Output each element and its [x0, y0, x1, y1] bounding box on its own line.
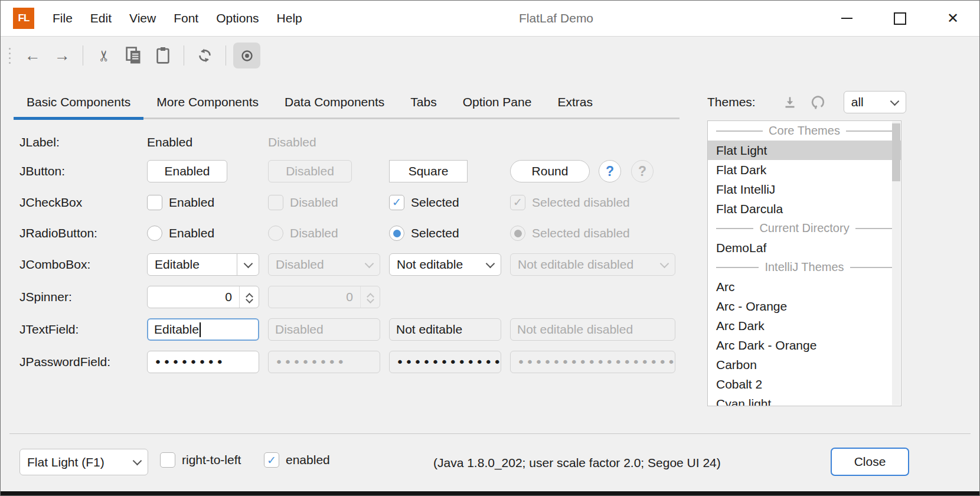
spinner-value: 0: [269, 290, 360, 304]
themes-label: Themes:: [707, 95, 756, 109]
radio-disabled-label: Disabled: [290, 226, 338, 240]
theme-list-item[interactable]: Flat Darcula: [708, 199, 901, 218]
enabled-button[interactable]: Enabled: [147, 160, 227, 182]
scrollbar-thumb[interactable]: [892, 123, 900, 181]
minimize-button[interactable]: [828, 1, 865, 36]
menu-font[interactable]: Font: [165, 1, 207, 36]
theme-list-item[interactable]: Flat Dark: [708, 160, 901, 180]
checkbox-disabled-label: Disabled: [290, 195, 338, 210]
theme-filter-combobox[interactable]: all: [844, 91, 906, 113]
menu-bar: File Edit View Font Options Help: [44, 1, 311, 36]
minimize-icon: [841, 18, 852, 19]
theme-list-scrollbar[interactable]: [892, 122, 900, 405]
download-theme-button[interactable]: [783, 95, 797, 109]
combobox-editable[interactable]: Editable: [147, 253, 259, 276]
round-button[interactable]: Round: [510, 160, 590, 182]
theme-list-item[interactable]: Carbon: [708, 355, 901, 374]
menu-options[interactable]: Options: [207, 1, 267, 36]
download-icon: [783, 95, 797, 109]
tab-tabs[interactable]: Tabs: [397, 87, 449, 118]
eye-icon: [240, 49, 254, 63]
maximize-icon: [894, 12, 906, 25]
show-hidden-toggle-button[interactable]: [233, 43, 260, 68]
menu-view[interactable]: View: [120, 1, 165, 36]
menu-help[interactable]: Help: [268, 1, 311, 36]
close-window-button[interactable]: ✕: [935, 1, 971, 36]
radio-enabled-label: Enabled: [169, 226, 214, 240]
close-button[interactable]: Close: [831, 448, 909, 476]
theme-list-item[interactable]: Cobalt 2: [708, 374, 901, 394]
toolbar-grip-handle[interactable]: [9, 48, 11, 64]
statusbar-divider: [9, 433, 971, 434]
github-link-button[interactable]: [810, 94, 826, 110]
spinner-value[interactable]: 0: [148, 290, 239, 304]
jspinner-row: JSpinner: 0 0: [19, 280, 687, 314]
toolbar-separator: [226, 45, 226, 66]
right-to-left-checkbox[interactable]: right-to-left: [160, 452, 241, 468]
theme-list-item[interactable]: DemoLaf: [708, 238, 901, 257]
tab-basic-components[interactable]: Basic Components: [14, 87, 143, 118]
square-button[interactable]: Square: [389, 160, 468, 182]
back-button[interactable]: ←: [19, 43, 46, 68]
theme-group-separator: IntelliJ Themes: [708, 257, 901, 277]
checkbox-selected[interactable]: ✓ Selected: [389, 195, 501, 210]
tab-option-pane[interactable]: Option Pane: [450, 87, 545, 118]
copy-button[interactable]: [120, 43, 147, 68]
theme-list-item[interactable]: Arc - Orange: [708, 296, 901, 316]
combobox-not-editable[interactable]: Not editable: [389, 253, 501, 276]
theme-list: Core Themes Flat Light Flat Dark Flat In…: [707, 120, 901, 406]
theme-list-item[interactable]: Arc: [708, 277, 901, 296]
title-bar: FL File Edit View Font Options Help Flat…: [1, 1, 979, 37]
checkbox-checked-icon[interactable]: ✓: [389, 195, 404, 210]
textfield-not-editable: Not editable: [389, 318, 501, 341]
row-label-jpasswordfield: JPasswordField:: [19, 355, 147, 369]
jlabel-row: JLabel: Enabled Disabled: [19, 129, 687, 156]
window-bottom-edge: [1, 491, 979, 495]
combobox-arrow-button[interactable]: [237, 254, 259, 275]
tab-more-components[interactable]: More Components: [143, 87, 272, 118]
passwordfield-editable[interactable]: ••••••••: [147, 351, 259, 373]
chevron-down-icon: [132, 456, 142, 466]
spinner-arrow-buttons[interactable]: [239, 286, 259, 308]
scissors-icon: ✂: [95, 50, 112, 62]
enabled-checkbox[interactable]: ✓ enabled: [264, 452, 330, 468]
checkbox-enabled[interactable]: Enabled: [147, 195, 259, 210]
maximize-button[interactable]: [881, 1, 918, 36]
theme-list-item[interactable]: Flat IntelliJ: [708, 180, 901, 199]
radio-selected-disabled-label: Selected disabled: [532, 226, 630, 240]
menu-edit[interactable]: Edit: [81, 1, 120, 36]
refresh-button[interactable]: [191, 43, 218, 68]
radio-selected-icon[interactable]: [389, 226, 404, 241]
spinner-enabled[interactable]: 0: [147, 286, 259, 308]
radio-selected[interactable]: Selected: [389, 226, 501, 241]
paste-button[interactable]: [149, 43, 177, 68]
theme-list-item[interactable]: Flat Light: [708, 141, 901, 160]
tab-data-components[interactable]: Data Components: [272, 87, 397, 118]
radio-icon[interactable]: [147, 226, 162, 241]
label-disabled: Disabled: [268, 135, 316, 149]
checkbox-checked-icon[interactable]: ✓: [264, 452, 279, 468]
tab-strip: Basic Components More Components Data Co…: [14, 87, 680, 118]
row-label-jcheckbox: JCheckBox: [19, 195, 147, 210]
help-button[interactable]: ?: [599, 160, 621, 182]
theme-list-item[interactable]: Arc Dark - Orange: [708, 335, 901, 355]
themes-header: Themes: all: [707, 89, 912, 115]
checkbox-icon[interactable]: [147, 195, 162, 210]
spinner-disabled: 0: [268, 286, 380, 308]
textfield-editable[interactable]: Editable: [147, 318, 259, 341]
theme-list-item[interactable]: Arc Dark: [708, 316, 901, 335]
lookandfeel-combobox[interactable]: Flat Light (F1): [19, 449, 148, 475]
chevron-down-icon: [364, 259, 374, 268]
theme-list-item[interactable]: Cyan light: [708, 394, 901, 406]
forward-button[interactable]: →: [48, 43, 76, 68]
jradiobutton-row: JRadioButton: Enabled Disabled Selected …: [19, 218, 687, 249]
radio-enabled[interactable]: Enabled: [147, 226, 259, 241]
checkbox-icon[interactable]: [160, 452, 175, 468]
menu-file[interactable]: File: [44, 1, 81, 36]
label-enabled: Enabled: [147, 135, 192, 149]
jbutton-row: JButton: Enabled Disabled Square Round ?…: [19, 156, 687, 187]
checkbox-checked-icon: ✓: [510, 195, 525, 210]
tab-extras[interactable]: Extras: [544, 87, 606, 118]
cut-button[interactable]: ✂: [90, 43, 117, 68]
row-label-jspinner: JSpinner:: [19, 290, 147, 304]
